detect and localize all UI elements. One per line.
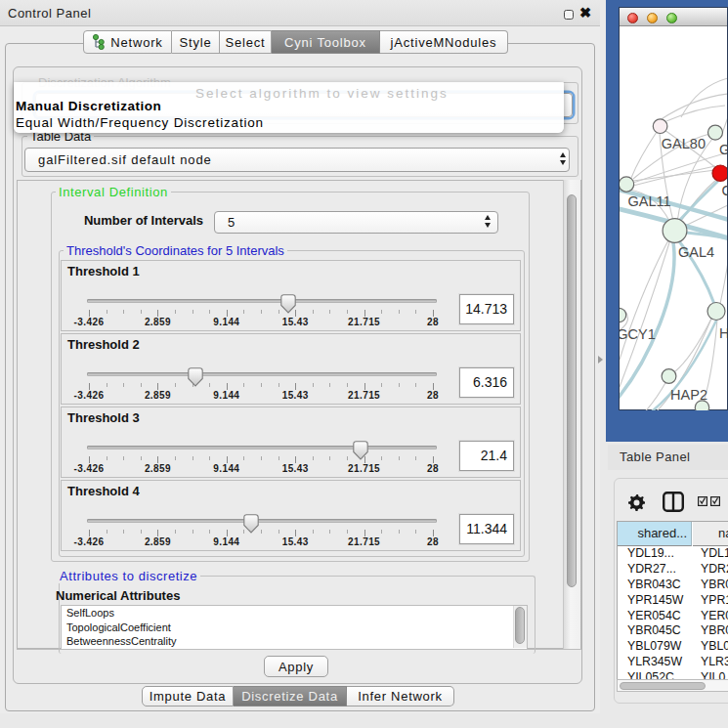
svg-text:HAP2: HAP2 (670, 387, 707, 403)
svg-text:H: H (719, 325, 727, 341)
svg-text:GAL11: GAL11 (628, 193, 671, 209)
svg-text:GCY1: GCY1 (620, 326, 656, 342)
svg-text:GAL4: GAL4 (678, 244, 714, 260)
svg-text:GAL80: GAL80 (662, 136, 706, 151)
svg-text:C: C (721, 183, 727, 198)
svg-text:G.: G. (719, 142, 727, 157)
